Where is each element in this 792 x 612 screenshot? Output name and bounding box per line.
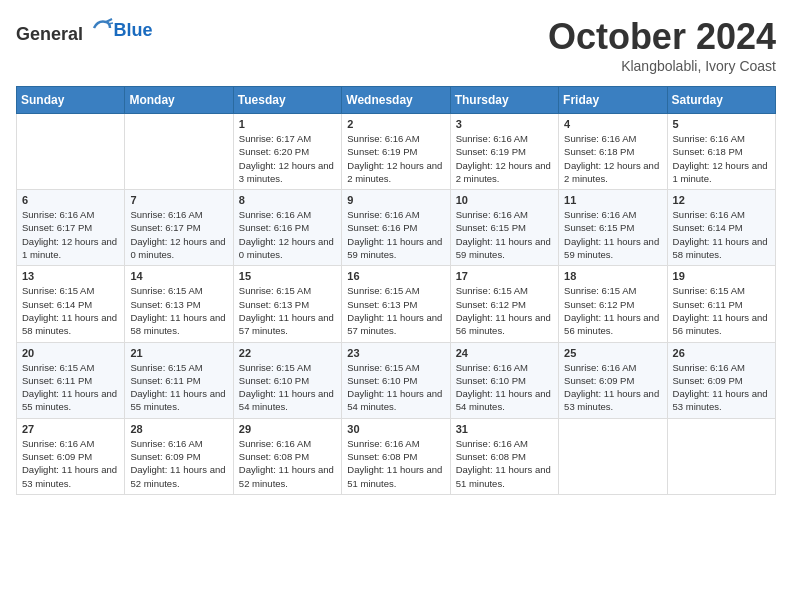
weekday-header-cell: Tuesday: [233, 87, 341, 114]
day-info: Sunrise: 6:16 AM Sunset: 6:09 PM Dayligh…: [130, 437, 227, 490]
location-subtitle: Klangbolabli, Ivory Coast: [548, 58, 776, 74]
day-info: Sunrise: 6:16 AM Sunset: 6:15 PM Dayligh…: [564, 208, 661, 261]
day-number: 9: [347, 194, 444, 206]
day-number: 2: [347, 118, 444, 130]
calendar-cell: 12Sunrise: 6:16 AM Sunset: 6:14 PM Dayli…: [667, 190, 775, 266]
calendar-cell: 1Sunrise: 6:17 AM Sunset: 6:20 PM Daylig…: [233, 114, 341, 190]
calendar-week-row: 1Sunrise: 6:17 AM Sunset: 6:20 PM Daylig…: [17, 114, 776, 190]
calendar-week-row: 20Sunrise: 6:15 AM Sunset: 6:11 PM Dayli…: [17, 342, 776, 418]
day-info: Sunrise: 6:16 AM Sunset: 6:16 PM Dayligh…: [239, 208, 336, 261]
day-info: Sunrise: 6:16 AM Sunset: 6:16 PM Dayligh…: [347, 208, 444, 261]
day-number: 3: [456, 118, 553, 130]
day-info: Sunrise: 6:15 AM Sunset: 6:10 PM Dayligh…: [239, 361, 336, 414]
calendar-cell: 13Sunrise: 6:15 AM Sunset: 6:14 PM Dayli…: [17, 266, 125, 342]
day-number: 5: [673, 118, 770, 130]
calendar-cell: 17Sunrise: 6:15 AM Sunset: 6:12 PM Dayli…: [450, 266, 558, 342]
calendar-cell: 11Sunrise: 6:16 AM Sunset: 6:15 PM Dayli…: [559, 190, 667, 266]
day-info: Sunrise: 6:15 AM Sunset: 6:10 PM Dayligh…: [347, 361, 444, 414]
day-number: 29: [239, 423, 336, 435]
calendar-week-row: 13Sunrise: 6:15 AM Sunset: 6:14 PM Dayli…: [17, 266, 776, 342]
day-info: Sunrise: 6:15 AM Sunset: 6:12 PM Dayligh…: [564, 284, 661, 337]
weekday-header-row: SundayMondayTuesdayWednesdayThursdayFrid…: [17, 87, 776, 114]
day-number: 10: [456, 194, 553, 206]
logo-general-text: General: [16, 24, 83, 44]
logo-blue-text: Blue: [114, 20, 153, 41]
calendar-cell: 5Sunrise: 6:16 AM Sunset: 6:18 PM Daylig…: [667, 114, 775, 190]
calendar-cell: 6Sunrise: 6:16 AM Sunset: 6:17 PM Daylig…: [17, 190, 125, 266]
day-number: 12: [673, 194, 770, 206]
day-number: 8: [239, 194, 336, 206]
calendar-cell: 25Sunrise: 6:16 AM Sunset: 6:09 PM Dayli…: [559, 342, 667, 418]
day-number: 6: [22, 194, 119, 206]
weekday-header-cell: Sunday: [17, 87, 125, 114]
day-info: Sunrise: 6:16 AM Sunset: 6:17 PM Dayligh…: [130, 208, 227, 261]
day-number: 23: [347, 347, 444, 359]
logo: General Blue: [16, 16, 153, 45]
day-info: Sunrise: 6:15 AM Sunset: 6:13 PM Dayligh…: [347, 284, 444, 337]
day-number: 16: [347, 270, 444, 282]
day-number: 20: [22, 347, 119, 359]
calendar-cell: 30Sunrise: 6:16 AM Sunset: 6:08 PM Dayli…: [342, 418, 450, 494]
day-number: 11: [564, 194, 661, 206]
weekday-header-cell: Saturday: [667, 87, 775, 114]
calendar-cell: 7Sunrise: 6:16 AM Sunset: 6:17 PM Daylig…: [125, 190, 233, 266]
calendar-cell: 3Sunrise: 6:16 AM Sunset: 6:19 PM Daylig…: [450, 114, 558, 190]
day-number: 24: [456, 347, 553, 359]
day-number: 18: [564, 270, 661, 282]
calendar-cell: 10Sunrise: 6:16 AM Sunset: 6:15 PM Dayli…: [450, 190, 558, 266]
day-number: 28: [130, 423, 227, 435]
day-info: Sunrise: 6:15 AM Sunset: 6:11 PM Dayligh…: [130, 361, 227, 414]
day-number: 22: [239, 347, 336, 359]
calendar-cell: 26Sunrise: 6:16 AM Sunset: 6:09 PM Dayli…: [667, 342, 775, 418]
calendar-cell: 23Sunrise: 6:15 AM Sunset: 6:10 PM Dayli…: [342, 342, 450, 418]
header: General Blue October 2024 Klangbolabli, …: [16, 16, 776, 74]
day-info: Sunrise: 6:15 AM Sunset: 6:11 PM Dayligh…: [22, 361, 119, 414]
day-number: 19: [673, 270, 770, 282]
calendar-cell: 22Sunrise: 6:15 AM Sunset: 6:10 PM Dayli…: [233, 342, 341, 418]
calendar-cell: 14Sunrise: 6:15 AM Sunset: 6:13 PM Dayli…: [125, 266, 233, 342]
day-number: 21: [130, 347, 227, 359]
calendar-cell: 2Sunrise: 6:16 AM Sunset: 6:19 PM Daylig…: [342, 114, 450, 190]
day-number: 25: [564, 347, 661, 359]
day-info: Sunrise: 6:17 AM Sunset: 6:20 PM Dayligh…: [239, 132, 336, 185]
calendar-cell: 8Sunrise: 6:16 AM Sunset: 6:16 PM Daylig…: [233, 190, 341, 266]
calendar-cell: 29Sunrise: 6:16 AM Sunset: 6:08 PM Dayli…: [233, 418, 341, 494]
calendar-cell: 28Sunrise: 6:16 AM Sunset: 6:09 PM Dayli…: [125, 418, 233, 494]
weekday-header-cell: Friday: [559, 87, 667, 114]
weekday-header-cell: Thursday: [450, 87, 558, 114]
day-number: 27: [22, 423, 119, 435]
day-info: Sunrise: 6:16 AM Sunset: 6:15 PM Dayligh…: [456, 208, 553, 261]
day-info: Sunrise: 6:16 AM Sunset: 6:17 PM Dayligh…: [22, 208, 119, 261]
calendar-cell: 20Sunrise: 6:15 AM Sunset: 6:11 PM Dayli…: [17, 342, 125, 418]
day-number: 17: [456, 270, 553, 282]
day-info: Sunrise: 6:16 AM Sunset: 6:18 PM Dayligh…: [673, 132, 770, 185]
day-info: Sunrise: 6:15 AM Sunset: 6:13 PM Dayligh…: [130, 284, 227, 337]
day-info: Sunrise: 6:16 AM Sunset: 6:09 PM Dayligh…: [22, 437, 119, 490]
day-info: Sunrise: 6:16 AM Sunset: 6:09 PM Dayligh…: [564, 361, 661, 414]
day-info: Sunrise: 6:16 AM Sunset: 6:08 PM Dayligh…: [456, 437, 553, 490]
calendar-cell: [17, 114, 125, 190]
day-info: Sunrise: 6:15 AM Sunset: 6:14 PM Dayligh…: [22, 284, 119, 337]
weekday-header-cell: Monday: [125, 87, 233, 114]
calendar-cell: 21Sunrise: 6:15 AM Sunset: 6:11 PM Dayli…: [125, 342, 233, 418]
calendar-cell: 15Sunrise: 6:15 AM Sunset: 6:13 PM Dayli…: [233, 266, 341, 342]
calendar-cell: [125, 114, 233, 190]
day-info: Sunrise: 6:16 AM Sunset: 6:19 PM Dayligh…: [456, 132, 553, 185]
day-number: 13: [22, 270, 119, 282]
day-number: 1: [239, 118, 336, 130]
calendar-week-row: 6Sunrise: 6:16 AM Sunset: 6:17 PM Daylig…: [17, 190, 776, 266]
calendar-body: 1Sunrise: 6:17 AM Sunset: 6:20 PM Daylig…: [17, 114, 776, 495]
calendar-cell: 4Sunrise: 6:16 AM Sunset: 6:18 PM Daylig…: [559, 114, 667, 190]
calendar-cell: [667, 418, 775, 494]
day-number: 31: [456, 423, 553, 435]
calendar-cell: 18Sunrise: 6:15 AM Sunset: 6:12 PM Dayli…: [559, 266, 667, 342]
day-number: 15: [239, 270, 336, 282]
calendar-cell: 9Sunrise: 6:16 AM Sunset: 6:16 PM Daylig…: [342, 190, 450, 266]
day-number: 7: [130, 194, 227, 206]
calendar-cell: 16Sunrise: 6:15 AM Sunset: 6:13 PM Dayli…: [342, 266, 450, 342]
calendar-week-row: 27Sunrise: 6:16 AM Sunset: 6:09 PM Dayli…: [17, 418, 776, 494]
day-info: Sunrise: 6:16 AM Sunset: 6:19 PM Dayligh…: [347, 132, 444, 185]
logo-icon: [90, 16, 114, 40]
calendar-cell: 24Sunrise: 6:16 AM Sunset: 6:10 PM Dayli…: [450, 342, 558, 418]
calendar-cell: 27Sunrise: 6:16 AM Sunset: 6:09 PM Dayli…: [17, 418, 125, 494]
